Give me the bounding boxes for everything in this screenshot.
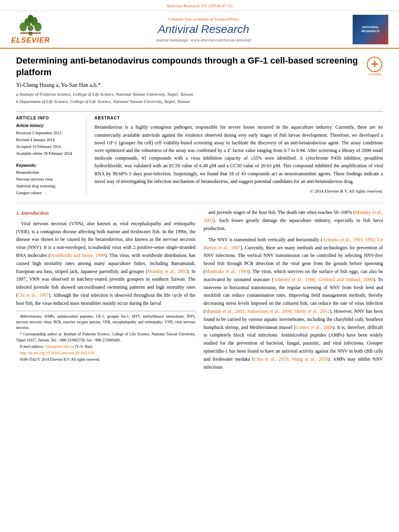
svg-point-6 (28, 15, 34, 22)
ref-munday2002c[interactable]: Munday et al., 2002; Samuelsen et al., 2… (205, 308, 330, 314)
crossmark-badge: ✛ CrossMark (367, 57, 383, 73)
keywords-label: Keywords: (16, 163, 81, 168)
ref-munday2002b[interactable]: Munday et al., 2002 (204, 210, 383, 223)
journal-citation: Antiviral Research 105 (2014) 47–53 (167, 3, 232, 8)
abbreviations: Abbreviations: AMPs, antimicrobial pepti… (16, 314, 195, 331)
article-history: Article history: Received 5 September 20… (16, 123, 81, 157)
info-abstract-columns: ARTICLE INFO Article history: Received 5… (16, 111, 383, 196)
abstract-body: Betanodavirus is a highly contagious pat… (95, 124, 383, 184)
elsevier-logo-area: ELSEVIER (6, 14, 55, 45)
author-names: Yi-Cheng Huang a, Yu-San Han a,b,* (16, 82, 101, 88)
body-col-right: and juvenile stages of the host fish. Th… (204, 209, 383, 374)
abstract-text: Betanodavirus is a highly contagious pat… (95, 123, 383, 195)
email-link[interactable]: yshan@ntu.edu.tw (45, 345, 74, 349)
affiliation-a: a Institute of Fisheries Science, Colleg… (16, 91, 383, 98)
journal-title: Antiviral Research (59, 23, 348, 36)
authors: Yi-Cheng Huang a, Yu-San Han a,b,* (16, 82, 383, 88)
email-line: E-mail address: yshan@ntu.edu.tw (Y.-S. … (16, 344, 195, 349)
doi-link[interactable]: http://dx.doi.org/10.1016/j.antiviral.20… (20, 351, 94, 355)
ref-gomez[interactable]: Gomez et al., 2008 (296, 325, 333, 330)
sciencedirect-line: Contents lists available at ScienceDirec… (59, 16, 348, 21)
journal-homepage: journal homepage: www.elsevier.com/locat… (59, 37, 348, 42)
ref-munday2002[interactable]: Munday et al., 2002 (147, 269, 187, 274)
page: Antiviral Research 105 (2014) 47–53 ELSE… (0, 0, 399, 532)
svg-rect-0 (29, 32, 32, 35)
email-label: E-mail address: (20, 345, 45, 349)
journal-cover-image: ANTIVIRALRESEARCH (352, 14, 389, 45)
email-suffix: (Y.-S. Han). (75, 345, 93, 349)
abbrev-text: AMPs, antimicrobial peptides; GF-1, grou… (16, 314, 195, 330)
footnotes: Abbreviations: AMPs, antimicrobial pepti… (16, 311, 195, 363)
ref-chi1997[interactable]: Chi et al., 1997 (18, 292, 49, 298)
abbrev-label: Abbreviations: (20, 314, 43, 318)
elsevier-text: ELSEVIER (11, 36, 50, 45)
article-title-section: Determining anti-betanodavirus compounds… (16, 55, 383, 78)
section-divider (16, 203, 383, 203)
revised-date: Revised 4 January 2014 (16, 136, 81, 143)
affiliations: a Institute of Fisheries Science, Colleg… (16, 91, 383, 105)
keyword-3: Antiviral drug screening (16, 183, 81, 189)
article-info-column: ARTICLE INFO Article history: Received 5… (16, 116, 86, 196)
keyword-2: Nervous necrosis virus (16, 176, 81, 183)
keyword-1: Betanodavirus (16, 169, 81, 176)
accepted-date: Accepted 19 February 2014 (16, 143, 81, 150)
affiliation-b: b Department of Life Science, College of… (16, 98, 383, 105)
intro-para3: The NNV is transmitted both vertically a… (204, 236, 383, 372)
body-col-left: 1. Introduction Viral nervous necrosis (… (16, 209, 195, 374)
journal-cover-text: ANTIVIRALRESEARCH (362, 25, 380, 34)
keywords-section: Keywords: Betanodavirus Nervous necrosis… (16, 163, 81, 196)
crossmark-label: CrossMark (367, 73, 383, 76)
article-title: Determining anti-betanodavirus compounds… (16, 55, 364, 78)
copyright-notice: © 2014 Elsevier B.V. All rights reserved… (95, 188, 383, 195)
article-info-label: ARTICLE INFO (16, 116, 81, 120)
ref-arimoto1996[interactable]: Arimoto et al., 1996; Grotmol and Totlan… (274, 277, 373, 282)
abstract-label: ABSTRACT (95, 116, 383, 120)
received-date: Received 5 September 2013 (16, 129, 81, 136)
available-date: Available online 28 February 2014 (16, 150, 81, 157)
doi-line: http://dx.doi.org/10.1016/j.antiviral.20… (16, 350, 195, 356)
journal-header-center: Contents lists available at ScienceDirec… (59, 16, 348, 42)
ref-yoshikoshi[interactable]: Yoshikoshi and Inoue, 1990 (50, 253, 105, 258)
top-bar: Antiviral Research 105 (2014) 47–53 (0, 0, 399, 11)
history-label: Article history: (16, 123, 81, 128)
ref-mushiake[interactable]: Mushiake et al., 1994 (205, 269, 248, 274)
journal-cover-area: ANTIVIRALRESEARCH (352, 14, 393, 45)
journal-header: ELSEVIER Contents lists available at Sci… (0, 11, 399, 49)
keyword-4: Grouper culture (16, 189, 81, 196)
intro-heading: 1. Introduction (16, 209, 195, 217)
ref-chia[interactable]: Chia et al., 2010; Wang et al., 2010 (254, 356, 328, 362)
abstract-column: ABSTRACT Betanodavirus is a highly conta… (95, 116, 383, 196)
svg-rect-7 (20, 33, 41, 34)
corresponding-author: * Corresponding author at: Institute of … (16, 331, 195, 343)
elsevier-logo: ELSEVIER (6, 14, 55, 45)
issn-line: 0166-3542/© 2014 Elsevier B.V. All right… (16, 357, 195, 362)
corresponding-label: * Corresponding author at: (20, 332, 62, 336)
crossmark-icon: ✛ (367, 57, 382, 72)
elsevier-tree-icon (14, 14, 47, 36)
article-content: Determining anti-betanodavirus compounds… (0, 49, 399, 381)
intro-para1: Viral nervous necrosis (VNN), also known… (16, 220, 195, 308)
intro-para2: and juvenile stages of the host fish. Th… (204, 209, 383, 232)
body-columns: 1. Introduction Viral nervous necrosis (… (16, 209, 383, 374)
ref-arimoto[interactable]: Arimoto et al., 1993, 1992; Le Breton et… (204, 237, 383, 251)
